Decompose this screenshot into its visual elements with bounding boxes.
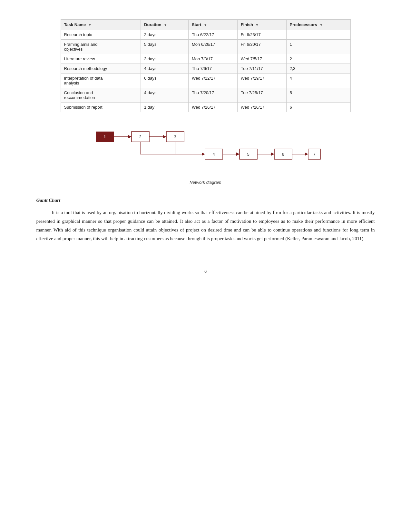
cell-finish-1: Fri 6/30/17 — [237, 40, 286, 54]
cell-predecessors-1: 1 — [286, 40, 350, 54]
cell-predecessors-3: 2,3 — [286, 64, 350, 74]
col-label-finish: Finish — [241, 22, 253, 27]
cell-duration-6: 1 day — [141, 103, 189, 112]
gantt-title: Gantt Chart — [36, 198, 375, 203]
table-header-row: Task Name ▼ Duration ▼ Start ▼ Finish ▼ … — [61, 20, 350, 30]
cell-finish-6: Wed 7/26/17 — [237, 103, 286, 112]
cell-predecessors-4: 4 — [286, 74, 350, 88]
cell-start-5: Thu 7/20/17 — [188, 88, 237, 103]
col-label-start: Start — [192, 22, 201, 27]
cell-predecessors-2: 2 — [286, 54, 350, 64]
page-number: 6 — [32, 269, 379, 274]
sort-arrow-finish: ▼ — [256, 23, 259, 27]
cell-task_name-3: Research methodology — [61, 64, 141, 74]
node4-label: 4 — [212, 152, 215, 157]
task-table-container: Task Name ▼ Duration ▼ Start ▼ Finish ▼ … — [61, 19, 351, 112]
cell-task_name-1: Framing amis andobjectives — [61, 40, 141, 54]
cell-task_name-5: Conclusion andreccommedation — [61, 88, 141, 103]
node7-label: 7 — [313, 152, 315, 157]
sort-arrow-pred: ▼ — [319, 23, 323, 27]
node1-label: 1 — [103, 135, 106, 139]
cell-start-1: Mon 6/26/17 — [188, 40, 237, 54]
cell-duration-3: 4 days — [141, 64, 189, 74]
task-table: Task Name ▼ Duration ▼ Start ▼ Finish ▼ … — [61, 19, 351, 112]
col-label-task: Task Name — [64, 22, 86, 27]
sort-arrow-duration: ▼ — [164, 23, 167, 27]
col-label-pred: Predecessors — [290, 22, 317, 27]
col-header-task[interactable]: Task Name ▼ — [61, 20, 141, 30]
table-row: Conclusion andreccommedation4 daysThu 7/… — [61, 88, 350, 103]
node5-label: 5 — [247, 152, 249, 157]
arrow-2-3 — [163, 135, 166, 138]
cell-task_name-0: Research topic — [61, 30, 141, 40]
cell-duration-2: 3 days — [141, 54, 189, 64]
network-diagram-container: 1 2 3 4 5 — [61, 125, 351, 177]
cell-duration-1: 5 days — [141, 40, 189, 54]
cell-predecessors-0 — [286, 30, 350, 40]
cell-predecessors-6: 6 — [286, 103, 350, 112]
col-header-pred[interactable]: Predecessors ▼ — [286, 20, 350, 30]
node2-label: 2 — [139, 134, 141, 139]
cell-predecessors-5: 5 — [286, 88, 350, 103]
cell-start-3: Thu 7/6/17 — [188, 64, 237, 74]
cell-finish-2: Wed 7/5/17 — [237, 54, 286, 64]
cell-start-4: Wed 7/12/17 — [188, 74, 237, 88]
arrow-5-6 — [271, 153, 274, 156]
table-row: Research topic2 daysThu 6/22/17Fri 6/23/… — [61, 30, 350, 40]
col-header-start[interactable]: Start ▼ — [188, 20, 237, 30]
cell-finish-3: Tue 7/11/17 — [237, 64, 286, 74]
gantt-body: It is a tool that is used by an organisa… — [36, 208, 375, 243]
col-header-duration[interactable]: Duration ▼ — [141, 20, 189, 30]
cell-task_name-6: Submission of report — [61, 103, 141, 112]
arrow-to-4 — [202, 153, 205, 156]
arrow-6-7 — [305, 153, 308, 156]
network-diagram-svg: 1 2 3 4 5 — [90, 125, 322, 177]
cell-task_name-4: Interpretation of dataanalysis — [61, 74, 141, 88]
node6-label: 6 — [282, 152, 284, 157]
gantt-section: Gantt Chart It is a tool that is used by… — [36, 198, 375, 243]
diagram-caption: Network diagram — [32, 180, 379, 185]
cell-finish-4: Wed 7/19/17 — [237, 74, 286, 88]
cell-duration-4: 6 days — [141, 74, 189, 88]
cell-finish-0: Fri 6/23/17 — [237, 30, 286, 40]
sort-arrow-start: ▼ — [204, 23, 207, 27]
cell-start-2: Mon 7/3/17 — [188, 54, 237, 64]
cell-start-6: Wed 7/26/17 — [188, 103, 237, 112]
col-header-finish[interactable]: Finish ▼ — [237, 20, 286, 30]
table-row: Literature review3 daysMon 7/3/17Wed 7/5… — [61, 54, 350, 64]
arrow-4-5 — [236, 153, 240, 156]
cell-task_name-2: Literature review — [61, 54, 141, 64]
sort-arrow-task: ▼ — [88, 23, 92, 27]
table-row: Research methodology4 daysThu 7/6/17Tue … — [61, 64, 350, 74]
arrow-1-2 — [128, 135, 132, 138]
table-row: Submission of report1 dayWed 7/26/17Wed … — [61, 103, 350, 112]
cell-start-0: Thu 6/22/17 — [188, 30, 237, 40]
cell-finish-5: Tue 7/25/17 — [237, 88, 286, 103]
table-row: Interpretation of dataanalysis6 daysWed … — [61, 74, 350, 88]
node3-label: 3 — [174, 134, 176, 139]
table-row: Framing amis andobjectives5 daysMon 6/26… — [61, 40, 350, 54]
cell-duration-0: 2 days — [141, 30, 189, 40]
col-label-duration: Duration — [144, 22, 161, 27]
cell-duration-5: 4 days — [141, 88, 189, 103]
